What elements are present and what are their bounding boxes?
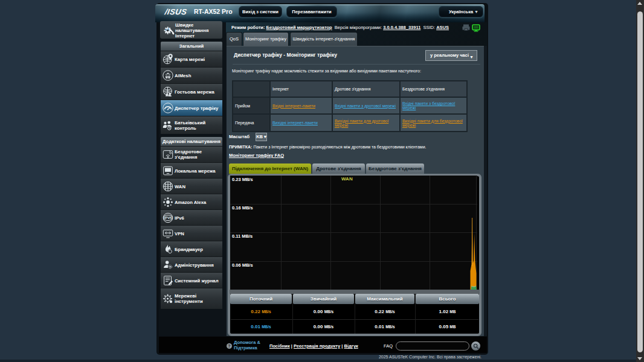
svg-text:IPV6: IPV6 [164, 215, 172, 220]
